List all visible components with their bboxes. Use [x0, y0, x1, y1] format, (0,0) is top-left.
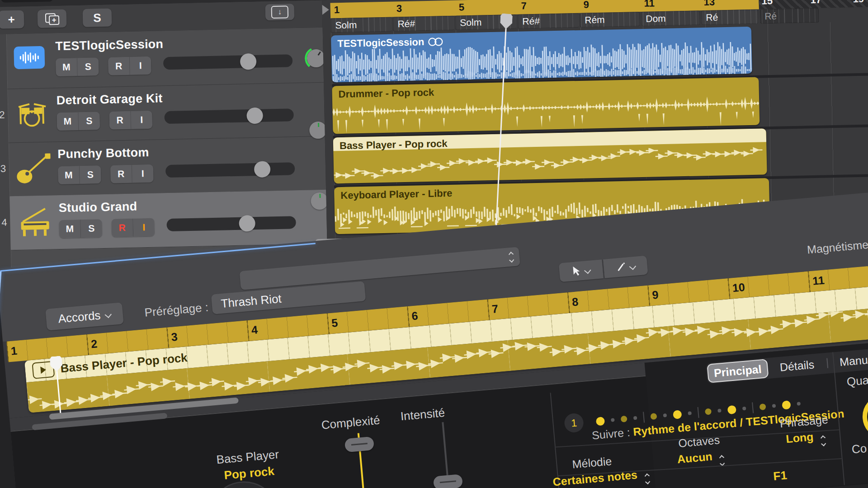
chord-mode-label: Accords [57, 308, 101, 326]
rhythm-dot [772, 404, 776, 408]
input-monitor-button-on[interactable]: I [133, 218, 155, 237]
mute-button[interactable]: M [56, 58, 78, 76]
mute-button[interactable]: M [59, 220, 81, 238]
hide-track-header-button[interactable]: ↓ [265, 4, 294, 20]
track-name[interactable]: Detroit Garage Kit [57, 91, 163, 108]
volume-slider[interactable] [164, 108, 294, 124]
duplicate-track-button[interactable]: + [38, 9, 67, 28]
record-enable-button[interactable]: R [109, 111, 131, 130]
volume-knob[interactable] [240, 53, 257, 70]
intensity-slider-handle[interactable] [433, 474, 463, 488]
volume-knob[interactable] [239, 215, 255, 232]
stepper-icon [509, 252, 514, 262]
download-tray-icon: ↓ [271, 5, 289, 19]
track-name[interactable]: Punchy Bottom [57, 145, 149, 161]
rhythm-dot [727, 405, 737, 414]
volume-slider[interactable] [166, 216, 296, 231]
editor-bar-number: 4 [251, 323, 258, 337]
drummer-region[interactable]: Drummer - Pop rock [332, 77, 760, 134]
track-name[interactable]: TESTlogicSession [55, 37, 163, 53]
grand-piano-icon [16, 207, 54, 240]
follow-label: Suivre : [591, 426, 631, 441]
rec-input-group: R I [110, 164, 154, 183]
record-enable-button[interactable]: R [110, 165, 132, 183]
editor-bar-number: 1 [10, 344, 18, 358]
chord-segment[interactable]: Ré# [393, 16, 454, 32]
chevron-down-icon [105, 311, 112, 318]
rec-input-group: R I [111, 218, 155, 237]
ruler-corner-play-icon [322, 5, 329, 14]
rhythm-dot [650, 413, 657, 420]
note-value[interactable]: F1 [773, 468, 788, 483]
mute-button[interactable]: M [58, 166, 80, 184]
record-enable-button[interactable]: R [108, 57, 130, 75]
mute-solo-group: M S [58, 165, 101, 184]
tab-details[interactable]: Détails [767, 355, 827, 377]
chord-segment[interactable]: Ré [701, 9, 759, 25]
bar-number: 17 [810, 0, 821, 6]
rhythm-dot [596, 417, 605, 426]
stereo-icon [428, 37, 443, 47]
volume-slider[interactable] [165, 162, 295, 178]
editor-bar-number: 10 [732, 281, 745, 295]
chevron-down-icon [629, 263, 636, 270]
chord-segment[interactable]: Solm [330, 17, 392, 33]
pan-knob[interactable] [307, 49, 326, 68]
chord-segment[interactable]: Rém [580, 12, 640, 28]
chord-segment[interactable]: Dom [641, 10, 700, 26]
rhythm-dot [611, 418, 615, 422]
chord-segment-dim[interactable]: Ré [760, 8, 819, 24]
rhythm-dot [621, 416, 627, 422]
logic-pro-window: + + S ↓ 2 3 4 TESTlogicSession M [0, 0, 868, 488]
chevron-down-icon [584, 267, 590, 273]
bar-number: 13 [703, 0, 715, 8]
dot-separator [698, 407, 699, 418]
editor-bar-number: 6 [411, 309, 418, 323]
bass-guitar-icon [16, 153, 51, 186]
rhythm-dot [717, 408, 722, 413]
volume-knob[interactable] [254, 161, 271, 178]
rhythm-dot [742, 407, 746, 411]
audio-region[interactable]: TESTlogicSession [331, 27, 752, 82]
track-summary-button[interactable]: S [83, 9, 112, 27]
bass-region-selected[interactable]: Bass Player - Pop rock [333, 128, 767, 183]
rhythm-dot [759, 404, 766, 410]
bar-number: 15 [761, 0, 773, 7]
bar-number: 5 [458, 1, 464, 13]
input-monitor-button[interactable]: I [131, 111, 152, 129]
preset-value: Thrash Riot [220, 291, 282, 311]
region-title: TESTlogicSession [337, 36, 424, 50]
record-enable-button-armed[interactable]: R [111, 219, 133, 237]
volume-knob[interactable] [246, 108, 263, 124]
bar-number: 11 [644, 0, 655, 9]
tab-principal[interactable]: Principal [708, 360, 768, 382]
bar-number: 7 [521, 0, 527, 12]
editor-bar-number: 11 [812, 274, 825, 288]
pencil-icon [616, 263, 626, 272]
solo-button[interactable]: S [77, 57, 99, 76]
solo-button[interactable]: S [80, 219, 102, 238]
editor-bar-number: 5 [331, 316, 338, 330]
bar-number: 1 [334, 4, 340, 16]
input-monitor-button[interactable]: I [132, 164, 154, 183]
track-name[interactable]: Studio Grand [59, 199, 137, 215]
rhythm-dot [782, 400, 791, 410]
stepper-icon [821, 436, 826, 446]
solo-button[interactable]: S [80, 165, 101, 184]
input-monitor-button[interactable]: I [130, 56, 151, 75]
rhythm-dot [688, 411, 692, 415]
rec-input-group: R I [109, 111, 152, 130]
mute-button[interactable]: M [57, 112, 79, 131]
chord-segment[interactable]: Ré# [518, 13, 579, 29]
add-track-button[interactable]: + [0, 10, 24, 29]
pencil-tool-dropdown[interactable] [603, 256, 648, 278]
volume-slider[interactable] [163, 54, 293, 70]
pointer-tool-dropdown[interactable] [559, 259, 604, 282]
summary-icon: S [93, 11, 101, 25]
solo-button[interactable]: S [78, 112, 100, 130]
rhythm-dot [633, 416, 637, 420]
editor-bar-number: 8 [571, 295, 579, 309]
cursor-arrow-icon [572, 266, 581, 276]
mute-solo-group: M S [59, 219, 102, 238]
quantize-label-partial: Qua [846, 373, 868, 389]
